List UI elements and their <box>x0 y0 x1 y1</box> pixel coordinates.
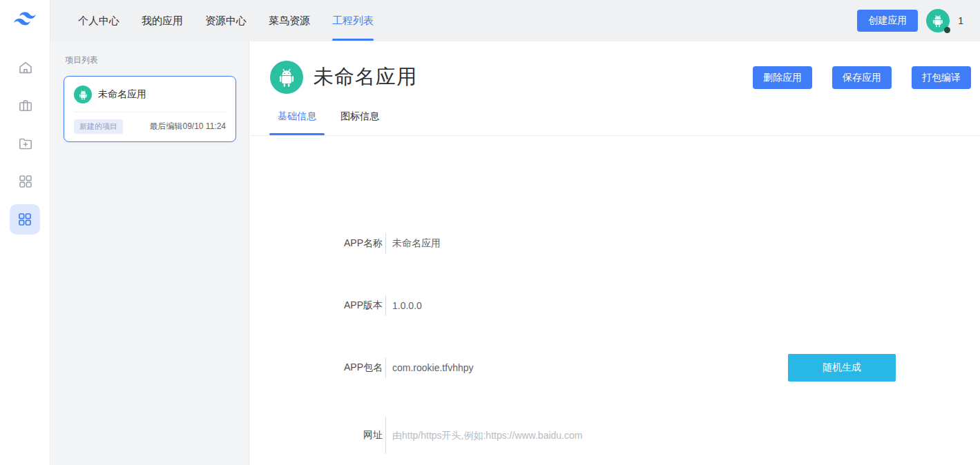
status-dot <box>944 27 950 33</box>
nav-item-resource-center[interactable]: 资源中心 <box>205 0 247 41</box>
app-name-label: APP名称 <box>250 237 383 250</box>
package-compile-button[interactable]: 打包编译 <box>912 66 971 89</box>
project-name: 未命名应用 <box>98 88 146 101</box>
website-input[interactable] <box>386 430 711 441</box>
nav-item-my-apps[interactable]: 我的应用 <box>142 0 183 41</box>
nav-item-personal-center[interactable]: 个人中心 <box>78 0 119 41</box>
android-robot-icon <box>270 61 303 94</box>
project-card[interactable]: 未命名应用 新建的项目 最后编辑09/10 11:24 <box>64 76 236 142</box>
active-tab-underline <box>269 133 325 135</box>
folder-plus-icon[interactable] <box>17 135 34 152</box>
project-card-head: 未命名应用 <box>74 86 226 103</box>
detail-tabs: 基础信息 图标信息 <box>269 110 980 135</box>
grid-icon[interactable] <box>17 173 34 190</box>
user-avatar[interactable] <box>926 9 950 32</box>
app-version-input[interactable] <box>386 300 711 311</box>
grid-icon <box>17 211 33 228</box>
app-package-input[interactable] <box>386 362 711 373</box>
active-tab-underline <box>332 39 374 41</box>
card-divider <box>74 112 226 112</box>
tab-basic-info[interactable]: 基础信息 <box>269 110 325 135</box>
project-list-title: 项目列表 <box>51 41 249 66</box>
top-navigation-bar: 个人中心 我的应用 资源中心 菜鸟资源 工程列表 创建应用 <box>50 0 980 41</box>
android-robot-icon <box>74 86 92 103</box>
form-row-app-package: APP包名 随机生成 <box>250 354 980 382</box>
form-row-website: 网址 <box>250 416 980 455</box>
left-icon-sidebar <box>0 0 50 465</box>
app-action-buttons: 删除应用 保存应用 打包编译 <box>753 66 971 89</box>
top-nav-menu: 个人中心 我的应用 资源中心 菜鸟资源 工程列表 <box>50 0 374 41</box>
basic-info-form: APP名称 APP版本 APP包名 随机生成 网址 <box>250 136 980 455</box>
project-list-panel: 项目列表 未命名应用 新建的项目 最后编辑09/10 11:24 <box>51 41 249 465</box>
main-content: 未命名应用 删除应用 保存应用 打包编译 基础信息 图标信息 APP名称 <box>250 41 980 465</box>
project-status-badge: 新建的项目 <box>74 119 123 134</box>
nav-item-project-list[interactable]: 工程列表 <box>332 0 374 41</box>
app-package-label: APP包名 <box>250 362 383 374</box>
tab-icon-info[interactable]: 图标信息 <box>332 110 387 135</box>
website-label: 网址 <box>250 429 383 442</box>
project-card-foot: 新建的项目 最后编辑09/10 11:24 <box>74 119 226 134</box>
form-row-app-version: APP版本 <box>250 292 980 319</box>
project-last-edited: 最后编辑09/10 11:24 <box>149 121 226 132</box>
save-app-button[interactable]: 保存应用 <box>832 66 892 89</box>
form-row-app-name: APP名称 <box>250 230 980 257</box>
app-window: 个人中心 我的应用 资源中心 菜鸟资源 工程列表 创建应用 <box>0 0 980 465</box>
avatar-count-label: 1 <box>958 15 963 26</box>
wave-logo-icon[interactable] <box>10 6 39 32</box>
create-app-button[interactable]: 创建应用 <box>857 10 918 32</box>
home-icon[interactable] <box>17 59 34 76</box>
nav-item-rookie-resources[interactable]: 菜鸟资源 <box>269 0 310 41</box>
app-version-label: APP版本 <box>250 299 383 312</box>
briefcase-icon[interactable] <box>17 97 34 114</box>
delete-app-button[interactable]: 删除应用 <box>753 66 812 89</box>
app-title: 未命名应用 <box>314 63 417 91</box>
app-name-input[interactable] <box>386 238 711 249</box>
random-generate-button[interactable]: 随机生成 <box>788 354 896 382</box>
sidebar-item-active[interactable] <box>10 204 40 235</box>
topbar-right-group: 创建应用 1 <box>857 9 980 32</box>
